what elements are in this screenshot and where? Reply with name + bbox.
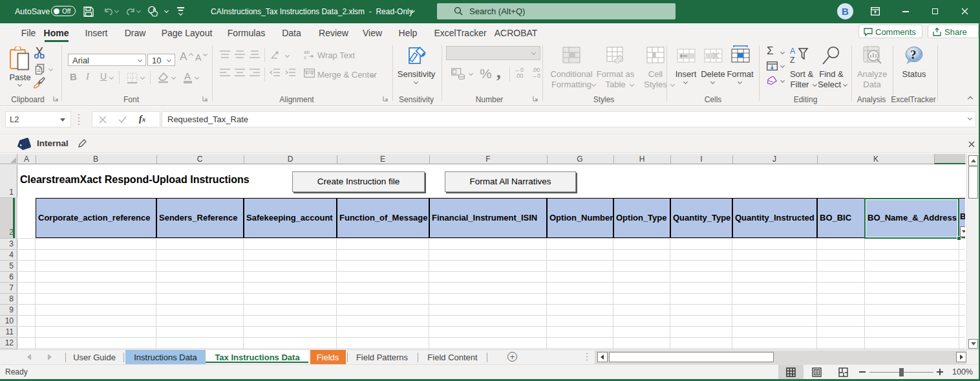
svg-text:Z: Z bbox=[790, 56, 794, 65]
svg-text:?: ? bbox=[910, 48, 917, 61]
svg-text:c: c bbox=[304, 54, 306, 59]
svg-text:A: A bbox=[790, 47, 795, 56]
